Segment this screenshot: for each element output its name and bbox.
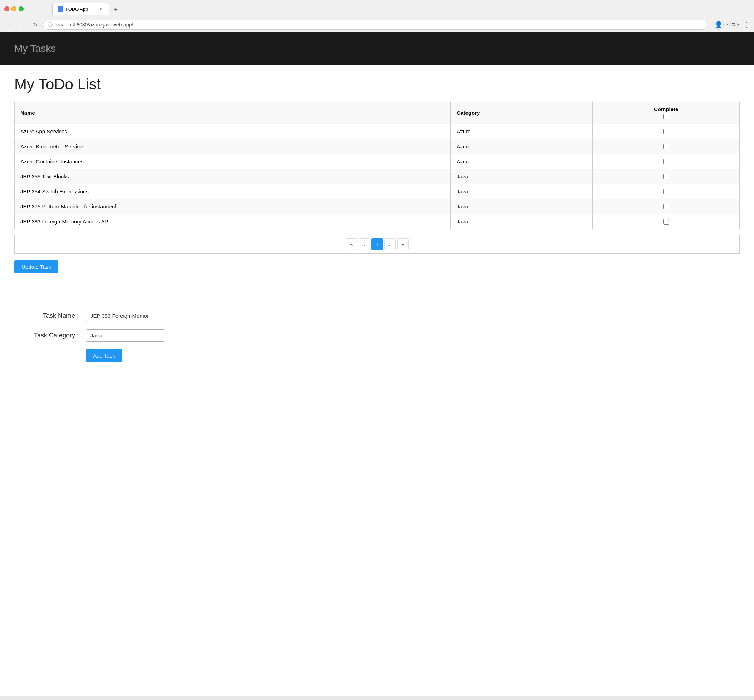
task-category-row: Task Category :: [22, 329, 732, 342]
complete-label: Complete: [654, 106, 678, 112]
todo-table: Name Category Complete Azure App Service…: [14, 102, 740, 229]
col-header-name: Name: [15, 102, 451, 124]
task-category-cell: Java: [451, 169, 593, 184]
close-window-button[interactable]: [4, 6, 9, 11]
task-category-cell: Java: [451, 214, 593, 229]
page-content: My ToDo List Name Category Complete Azur…: [0, 65, 754, 373]
task-name-cell: JEP 375 Pattern Matching for instanceof: [15, 199, 451, 214]
task-complete-cell: [593, 184, 740, 199]
task-category-cell: Azure: [451, 139, 593, 154]
lock-icon: ⓘ: [48, 22, 53, 28]
checkbox-container: [598, 174, 734, 180]
task-category-label: Task Category :: [22, 332, 79, 339]
task-name-input[interactable]: [86, 309, 164, 322]
task-checkbox[interactable]: [663, 174, 669, 180]
page-header: My Tasks: [0, 32, 754, 65]
task-complete-cell: [593, 154, 740, 169]
address-bar-row: ← → ↻ ⓘ localhost:8080/azure-javaweb-app…: [0, 17, 754, 32]
task-category-cell: Java: [451, 184, 593, 199]
task-name-row: Task Name :: [22, 309, 732, 322]
pagination-first[interactable]: «: [346, 239, 357, 250]
task-name-cell: Azure Kubernetes Service: [15, 139, 451, 154]
task-category-cell: Java: [451, 199, 593, 214]
checkbox-container: [598, 189, 734, 194]
header-checkbox[interactable]: [663, 114, 669, 119]
task-complete-cell: [593, 169, 740, 184]
page-header-title: My Tasks: [14, 43, 740, 54]
traffic-lights: [4, 6, 23, 11]
task-category-cell: Azure: [451, 154, 593, 169]
browser-chrome: TODO App × + ← → ↻ ⓘ localhost:8080/azur…: [0, 0, 754, 32]
task-name-cell: JEP 355 Text Blocks: [15, 169, 451, 184]
tab-title: TODO App: [66, 6, 88, 12]
add-task-form: Task Name : Task Category : Add Task: [14, 309, 740, 362]
col-header-category: Category: [451, 102, 593, 124]
browser-menu-button[interactable]: ⋮: [743, 21, 750, 29]
active-tab[interactable]: TODO App ×: [52, 3, 109, 15]
table-row: JEP 355 Text Blocks Java: [15, 169, 740, 184]
table-row: JEP 375 Pattern Matching for instanceof …: [15, 199, 740, 214]
checkbox-container: [598, 204, 734, 209]
checkbox-container: [598, 129, 734, 134]
minimize-window-button[interactable]: [11, 6, 16, 11]
address-text: localhost:8080/azure-javaweb-app/: [55, 22, 133, 28]
update-task-button[interactable]: Update Task: [14, 260, 58, 273]
task-checkbox[interactable]: [663, 189, 669, 194]
tab-close-button[interactable]: ×: [98, 6, 104, 12]
task-name-cell: Azure Container Instances: [15, 154, 451, 169]
task-checkbox[interactable]: [663, 144, 669, 150]
table-row: JEP 383 Foreign-Memory Access API Java: [15, 214, 740, 229]
forward-button[interactable]: →: [17, 20, 27, 30]
task-name-cell: Azure App Services: [15, 124, 451, 139]
table-row: Azure Kubernetes Service Azure: [15, 139, 740, 154]
task-category-input[interactable]: [86, 329, 164, 342]
page-wrapper: My Tasks My ToDo List Name Category Comp…: [0, 32, 754, 697]
task-checkbox[interactable]: [663, 159, 669, 164]
guest-label: ゲスト: [726, 22, 740, 28]
user-icon[interactable]: 👤: [713, 20, 724, 30]
task-checkbox[interactable]: [663, 219, 669, 225]
header-complete-container: Complete: [598, 106, 734, 119]
pagination-current[interactable]: 1: [372, 239, 383, 250]
task-checkbox[interactable]: [663, 129, 669, 134]
table-row: Azure Container Instances Azure: [15, 154, 740, 169]
checkbox-container: [598, 159, 734, 164]
maximize-window-button[interactable]: [19, 6, 23, 11]
tab-favicon: [58, 6, 63, 12]
todo-list-title: My ToDo List: [14, 76, 740, 93]
address-bar[interactable]: ⓘ localhost:8080/azure-javaweb-app/: [43, 20, 708, 30]
col-header-complete: Complete: [593, 102, 740, 124]
task-name-cell: JEP 354 Switch Expressions: [15, 184, 451, 199]
table-row: Azure App Services Azure: [15, 124, 740, 139]
task-checkbox[interactable]: [663, 204, 669, 209]
pagination-next[interactable]: ›: [384, 239, 396, 250]
reload-button[interactable]: ↻: [30, 20, 40, 30]
task-complete-cell: [593, 124, 740, 139]
task-name-label: Task Name :: [22, 312, 79, 320]
back-button[interactable]: ←: [4, 20, 14, 30]
browser-right: 👤 ゲスト ⋮: [713, 20, 750, 30]
pagination-row: « ‹ 1 › »: [14, 235, 740, 254]
tab-bar: TODO App × +: [48, 3, 125, 15]
task-complete-cell: [593, 214, 740, 229]
section-divider: [14, 295, 740, 295]
checkbox-container: [598, 219, 734, 225]
add-task-button[interactable]: Add Task: [86, 349, 122, 362]
pagination-prev[interactable]: ‹: [359, 239, 370, 250]
task-complete-cell: [593, 139, 740, 154]
new-tab-button[interactable]: +: [111, 5, 121, 15]
task-category-cell: Azure: [451, 124, 593, 139]
table-row: JEP 354 Switch Expressions Java: [15, 184, 740, 199]
checkbox-container: [598, 144, 734, 150]
pagination-last[interactable]: »: [397, 239, 409, 250]
titlebar: TODO App × +: [0, 0, 754, 17]
task-complete-cell: [593, 199, 740, 214]
task-name-cell: JEP 383 Foreign-Memory Access API: [15, 214, 451, 229]
